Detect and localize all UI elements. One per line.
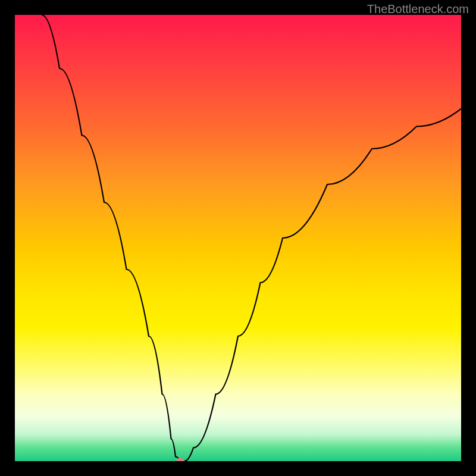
watermark-text: TheBottleneck.com xyxy=(367,2,469,16)
chart-curve-svg xyxy=(15,15,461,461)
bottleneck-curve xyxy=(42,15,461,461)
chart-plot-area xyxy=(15,15,461,461)
optimal-point-marker xyxy=(176,458,184,461)
